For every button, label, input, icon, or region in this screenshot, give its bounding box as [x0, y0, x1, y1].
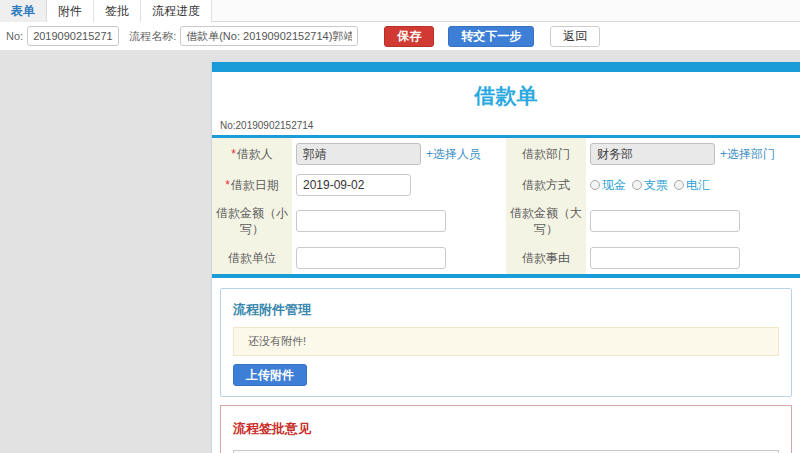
top-tab-bar: 表单 附件 签批 流程进度 — [0, 0, 800, 22]
row-loan-unit: 借款单位 — [212, 242, 506, 274]
row-amount-lower: 借款金额（小写） — [212, 200, 506, 242]
save-button[interactable]: 保存 — [384, 26, 434, 47]
radio-icon — [674, 180, 684, 190]
row-amount-upper: 借款金额（大写） — [506, 200, 800, 242]
borrower-input — [296, 143, 421, 165]
amount-lower-input[interactable] — [296, 210, 446, 232]
radio-icon — [590, 180, 600, 190]
command-bar: No: 流程名称: 保存 转交下一步 返回 — [0, 22, 800, 50]
tab-form[interactable]: 表单 — [0, 0, 47, 22]
process-name-input[interactable] — [180, 26, 358, 46]
next-step-button[interactable]: 转交下一步 — [448, 26, 534, 47]
document-title: 借款单 — [212, 72, 800, 118]
row-loan-date: *借款日期 — [212, 170, 506, 200]
required-asterisk: * — [225, 178, 230, 192]
upload-attachment-button[interactable]: 上传附件 — [233, 364, 307, 386]
borrower-label: *借款人 — [212, 138, 292, 170]
tab-process-progress[interactable]: 流程进度 — [141, 0, 212, 22]
loan-date-input[interactable] — [296, 174, 411, 196]
divider-bottom — [212, 274, 800, 278]
approval-heading: 流程签批意见 — [233, 414, 779, 438]
select-department-link[interactable]: +选择部门 — [720, 146, 775, 163]
workspace-background: 借款单 No:20190902152714 填表日期:2019-09-02 15… — [0, 50, 800, 453]
process-name-label: 流程名称: — [129, 29, 176, 44]
loan-form: *借款人 +选择人员 *借款日期 借款金额（小写） — [212, 138, 800, 274]
approval-panel: 流程签批意见 B I abc ⚑ — [220, 405, 792, 453]
document-meta: No:20190902152714 填表日期:2019-09-02 15:27:… — [212, 118, 800, 135]
row-loan-reason: 借款事由 — [506, 242, 800, 274]
required-asterisk: * — [231, 147, 236, 161]
document-number: No:20190902152714 — [220, 120, 313, 131]
tab-attachments[interactable]: 附件 — [47, 0, 94, 22]
back-button[interactable]: 返回 — [550, 26, 600, 47]
no-attachments-alert: 还没有附件! — [233, 327, 779, 356]
amount-upper-label: 借款金额（大写） — [506, 200, 586, 242]
department-input — [590, 143, 715, 165]
loan-method-label: 借款方式 — [506, 170, 586, 200]
loan-unit-label: 借款单位 — [212, 242, 292, 274]
row-borrower: *借款人 +选择人员 — [212, 138, 506, 170]
amount-upper-input[interactable] — [590, 210, 740, 232]
row-loan-method: 借款方式 现金 支票 电汇 — [506, 170, 800, 200]
form-left-column: *借款人 +选择人员 *借款日期 借款金额（小写） — [212, 138, 506, 274]
loan-form-panel: 借款单 No:20190902152714 填表日期:2019-09-02 15… — [211, 62, 800, 453]
tab-approval[interactable]: 签批 — [94, 0, 141, 22]
radio-cash[interactable]: 现金 — [590, 177, 626, 194]
form-right-column: 借款部门 +选择部门 借款方式 现金 — [506, 138, 800, 274]
no-label: No: — [6, 30, 23, 42]
panel-top-bar — [212, 62, 800, 72]
loan-unit-input[interactable] — [296, 247, 446, 269]
radio-wire[interactable]: 电汇 — [674, 177, 710, 194]
loan-reason-label: 借款事由 — [506, 242, 586, 274]
select-person-link[interactable]: +选择人员 — [426, 146, 481, 163]
radio-cheque[interactable]: 支票 — [632, 177, 668, 194]
no-input[interactable] — [27, 26, 119, 46]
amount-lower-label: 借款金额（小写） — [212, 200, 292, 242]
radio-icon — [632, 180, 642, 190]
department-label: 借款部门 — [506, 138, 586, 170]
loan-reason-input[interactable] — [590, 247, 740, 269]
row-department: 借款部门 +选择部门 — [506, 138, 800, 170]
attachments-panel: 流程附件管理 还没有附件! 上传附件 — [220, 288, 792, 397]
loan-date-label: *借款日期 — [212, 170, 292, 200]
attachments-heading: 流程附件管理 — [233, 297, 779, 319]
